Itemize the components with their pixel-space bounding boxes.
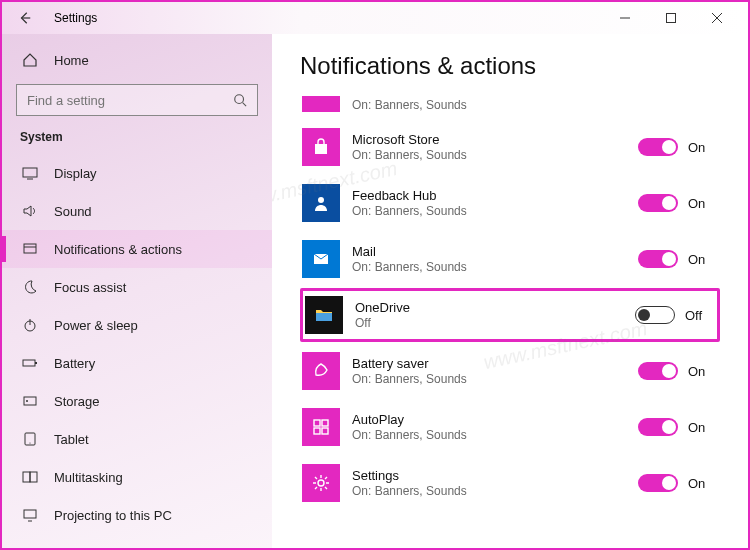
nav-multitasking[interactable]: Multitasking <box>2 458 272 496</box>
svg-point-15 <box>318 197 324 203</box>
app-name: Microsoft Store <box>352 132 638 147</box>
app-row[interactable]: SettingsOn: Banners, SoundsOn <box>300 456 720 510</box>
toggle-label: On <box>688 140 710 155</box>
app-subtext: Off <box>355 316 635 330</box>
toggle-wrap: On <box>638 418 710 436</box>
toggle-switch[interactable] <box>638 250 678 268</box>
app-text: On: Banners, Sounds <box>352 97 718 112</box>
multitask-icon <box>20 469 40 485</box>
app-text: Battery saverOn: Banners, Sounds <box>352 356 638 386</box>
content: Home System Display Sound Notifications … <box>2 34 748 548</box>
toggle-label: On <box>688 420 710 435</box>
search-icon <box>233 93 247 107</box>
person-icon <box>302 184 340 222</box>
svg-rect-18 <box>314 420 320 426</box>
app-text: Feedback HubOn: Banners, Sounds <box>352 188 638 218</box>
search-input[interactable] <box>27 93 233 108</box>
nav-label: Focus assist <box>54 280 126 295</box>
nav-display[interactable]: Display <box>2 154 272 192</box>
window-title: Settings <box>54 11 97 25</box>
mail-icon <box>302 240 340 278</box>
title-bar: Settings <box>2 2 748 34</box>
section-label: System <box>2 126 272 154</box>
svg-rect-19 <box>322 420 328 426</box>
svg-point-8 <box>26 400 28 402</box>
maximize-button[interactable] <box>648 3 694 33</box>
grid-icon <box>302 408 340 446</box>
toggle-switch[interactable] <box>638 362 678 380</box>
app-row[interactable]: MailOn: Banners, SoundsOn <box>300 232 720 286</box>
app-row[interactable]: Microsoft StoreOn: Banners, SoundsOn <box>300 120 720 174</box>
app-subtext: On: Banners, Sounds <box>352 204 638 218</box>
nav-storage[interactable]: Storage <box>2 382 272 420</box>
app-row[interactable]: On: Banners, Sounds <box>300 90 720 118</box>
nav-label: Power & sleep <box>54 318 138 333</box>
toggle-wrap: On <box>638 194 710 212</box>
nav-list: Display Sound Notifications & actions Fo… <box>2 154 272 534</box>
svg-rect-17 <box>316 313 332 321</box>
app-subtext: On: Banners, Sounds <box>352 148 638 162</box>
svg-rect-5 <box>23 360 35 366</box>
toggle-switch[interactable] <box>638 194 678 212</box>
app-row[interactable]: AutoPlayOn: Banners, SoundsOn <box>300 400 720 454</box>
battery-icon <box>20 355 40 371</box>
toggle-wrap: Off <box>635 306 707 324</box>
storage-icon <box>20 393 40 409</box>
close-button[interactable] <box>694 3 740 33</box>
toggle-switch[interactable] <box>635 306 675 324</box>
app-name: Battery saver <box>352 356 638 371</box>
nav-sound[interactable]: Sound <box>2 192 272 230</box>
svg-rect-11 <box>23 472 30 482</box>
project-icon <box>20 507 40 523</box>
nav-tablet[interactable]: Tablet <box>2 420 272 458</box>
app-list: On: Banners, SoundsMicrosoft StoreOn: Ba… <box>300 90 720 510</box>
minimize-button[interactable] <box>602 3 648 33</box>
shopping-bag-icon <box>302 128 340 166</box>
app-text: MailOn: Banners, Sounds <box>352 244 638 274</box>
app-name: Feedback Hub <box>352 188 638 203</box>
toggle-switch[interactable] <box>638 474 678 492</box>
svg-point-22 <box>318 480 324 486</box>
svg-rect-0 <box>667 14 676 23</box>
home-button[interactable]: Home <box>2 42 272 78</box>
app-subtext: On: Banners, Sounds <box>352 428 638 442</box>
power-icon <box>20 317 40 333</box>
tablet-icon <box>20 431 40 447</box>
svg-point-1 <box>235 95 244 104</box>
app-row[interactable]: OneDriveOffOff <box>300 288 720 342</box>
minimize-icon <box>620 13 630 23</box>
toggle-wrap: On <box>638 362 710 380</box>
toggle-label: Off <box>685 308 707 323</box>
toggle-wrap: On <box>638 474 710 492</box>
close-icon <box>712 13 722 23</box>
main-panel: Notifications & actions On: Banners, Sou… <box>272 34 748 548</box>
app-name: Settings <box>352 468 638 483</box>
app-icon <box>302 96 340 112</box>
toggle-switch[interactable] <box>638 418 678 436</box>
maximize-icon <box>666 13 676 23</box>
nav-notifications[interactable]: Notifications & actions <box>2 230 272 268</box>
app-text: OneDriveOff <box>355 300 635 330</box>
app-text: AutoPlayOn: Banners, Sounds <box>352 412 638 442</box>
toggle-wrap: On <box>638 250 710 268</box>
home-icon <box>20 52 40 68</box>
toggle-wrap: On <box>638 138 710 156</box>
nav-power-sleep[interactable]: Power & sleep <box>2 306 272 344</box>
nav-label: Tablet <box>54 432 89 447</box>
app-row[interactable]: Feedback HubOn: Banners, SoundsOn <box>300 176 720 230</box>
back-button[interactable] <box>10 3 40 33</box>
search-box[interactable] <box>16 84 258 116</box>
nav-label: Notifications & actions <box>54 242 182 257</box>
nav-label: Projecting to this PC <box>54 508 172 523</box>
nav-battery[interactable]: Battery <box>2 344 272 382</box>
app-row[interactable]: Battery saverOn: Banners, SoundsOn <box>300 344 720 398</box>
page-heading: Notifications & actions <box>300 52 720 80</box>
home-label: Home <box>54 53 89 68</box>
toggle-label: On <box>688 252 710 267</box>
toggle-switch[interactable] <box>638 138 678 156</box>
svg-rect-7 <box>24 397 36 405</box>
gear-icon <box>302 464 340 502</box>
notification-icon <box>20 241 40 257</box>
nav-focus-assist[interactable]: Focus assist <box>2 268 272 306</box>
nav-projecting[interactable]: Projecting to this PC <box>2 496 272 534</box>
